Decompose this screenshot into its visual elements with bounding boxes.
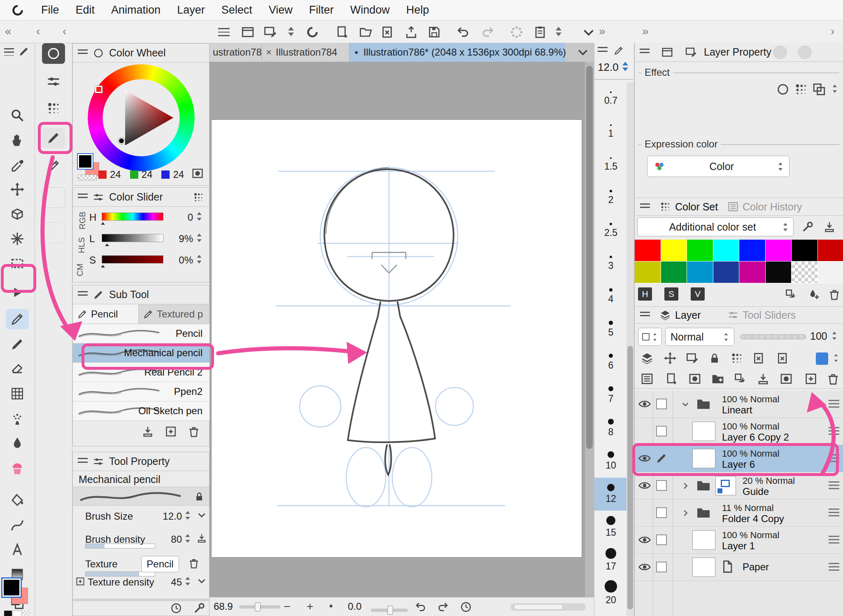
ops-stepper[interactable] (833, 353, 839, 363)
tool-decoration[interactable] (6, 458, 29, 479)
panel-menu-icon[interactable] (78, 194, 88, 201)
layer-row-paper[interactable]: Paper (635, 554, 843, 581)
subtool-pen-button[interactable] (42, 128, 65, 148)
color-set-button[interactable] (42, 98, 65, 119)
document-tab-1[interactable]: ustration781 (210, 43, 262, 62)
color-set-dropdown[interactable]: Additional color set (637, 217, 794, 236)
tool-fill[interactable] (6, 490, 29, 511)
brush-size-item[interactable]: 20 (594, 576, 627, 609)
tab-list-dropdown[interactable] (566, 43, 594, 62)
menu-help[interactable]: Help (406, 4, 429, 16)
transfer-layer-icon[interactable] (734, 372, 747, 385)
brush-size-item[interactable]: 12 (594, 478, 627, 511)
tool-airbrush[interactable] (6, 409, 29, 429)
slider-grid-icon[interactable] (193, 191, 204, 203)
texture-density-expand-icon[interactable] (196, 576, 207, 586)
color-wheel-button[interactable] (42, 43, 65, 64)
row-drag-handle[interactable] (829, 400, 839, 408)
layer-row-guide[interactable]: 20 % Normal Guide (635, 472, 843, 499)
s-stepper[interactable] (196, 254, 202, 264)
tab-pencil-group[interactable]: Pencil (73, 304, 139, 324)
tool-auto-select[interactable] (6, 229, 29, 249)
color-swatch[interactable] (713, 261, 739, 283)
brush-size-scroll-thumb[interactable] (627, 346, 633, 609)
collapse-strip-icon[interactable]: ‹ (36, 25, 40, 38)
chevron-right-icon[interactable] (681, 481, 690, 490)
brush-size-scrollbar[interactable] (626, 82, 634, 616)
panel-menu-icon[interactable] (640, 312, 650, 319)
reset-view-icon[interactable] (460, 601, 472, 613)
menu-layer[interactable]: Layer (177, 4, 205, 16)
l-stepper[interactable] (196, 233, 202, 243)
tool-hand[interactable] (6, 130, 29, 151)
tool-figure[interactable] (6, 383, 29, 404)
rotate-right-icon[interactable] (437, 601, 449, 613)
canvas-hscroll-thumb[interactable] (514, 604, 563, 610)
subtool-list-item[interactable]: Oil Sketch pen (73, 401, 210, 421)
wheel-switch-icon[interactable] (191, 167, 204, 180)
zoom-fit-icon[interactable]: ▪ (329, 600, 333, 611)
canvas-stepper[interactable] (288, 27, 294, 36)
brush-size-item[interactable]: 5 (594, 313, 627, 346)
menu-view[interactable]: View (269, 4, 293, 16)
layer-row-layer6[interactable]: 100 % Normal Layer 6 (635, 445, 843, 472)
collapse-left-icon[interactable]: « (5, 25, 12, 38)
texture-button[interactable]: Pencil (141, 556, 179, 572)
hsv-button[interactable]: S (664, 287, 678, 301)
draft-layer-icon[interactable] (686, 352, 699, 365)
visibility-eye-icon[interactable] (638, 533, 651, 546)
h-slider[interactable] (102, 212, 163, 221)
canvas-hscrollbar[interactable] (510, 603, 586, 611)
zoom-out-icon[interactable]: − (284, 600, 290, 613)
redo-icon[interactable] (481, 25, 495, 39)
menu-file[interactable]: File (41, 4, 59, 16)
rotation-slider-thumb[interactable] (387, 606, 393, 615)
clip-at-layer-icon[interactable] (640, 352, 654, 365)
transparent-chip[interactable] (78, 175, 97, 180)
ghost-tab-icon-1[interactable] (773, 45, 787, 59)
tab-tool-sliders[interactable]: Tool Sliders (743, 309, 796, 321)
color-swatch[interactable] (739, 261, 765, 283)
opacity-slider[interactable] (740, 334, 806, 339)
opacity-stepper[interactable] (831, 331, 837, 341)
new-file-icon[interactable] (335, 25, 349, 39)
panel-menu-icon[interactable] (640, 203, 650, 210)
hsv-button[interactable]: H (638, 287, 652, 301)
tool-text[interactable] (6, 539, 29, 560)
collapse-panel-icon[interactable]: ‹ (63, 25, 66, 38)
tool-play[interactable] (6, 282, 29, 303)
chevron-down-icon[interactable] (681, 400, 690, 409)
add-swatch-icon[interactable] (808, 288, 820, 301)
canvas-vscrollbar[interactable] (585, 62, 594, 597)
color-swatch[interactable] (687, 240, 713, 261)
close-file-icon[interactable] (381, 25, 395, 39)
lock-layer-icon[interactable] (708, 352, 721, 365)
lock-alpha-icon[interactable] (730, 352, 743, 365)
tool-pen[interactable] (6, 334, 29, 355)
row-drag-handle[interactable] (829, 481, 839, 489)
layer-thumbnail[interactable] (692, 422, 715, 441)
delete-swatch-icon[interactable] (828, 288, 841, 301)
clip-swirl-icon[interactable] (305, 25, 319, 39)
brush-size-item[interactable]: 7 (594, 379, 627, 412)
document-tab-3[interactable]: ● Illustration786* (2048 x 1536px 300dpi… (349, 43, 566, 62)
canvas-vscroll-thumb[interactable] (586, 66, 593, 449)
color-slider-button[interactable] (42, 71, 65, 92)
brush-size-item[interactable]: 0.7 (594, 82, 627, 115)
layer-thumbnail[interactable] (692, 449, 715, 468)
clip-studio-logo-icon[interactable] (11, 3, 25, 17)
menu-filter[interactable]: Filter (309, 4, 334, 16)
visibility-eye-icon[interactable] (638, 452, 651, 465)
hue-selector[interactable] (95, 86, 102, 93)
color-swatch[interactable] (739, 240, 765, 261)
brush-size-item[interactable]: 4 (594, 280, 627, 313)
rotate-left-icon[interactable] (415, 601, 427, 613)
tool-eyedropper[interactable] (6, 156, 29, 176)
settings-wrench-icon[interactable] (193, 602, 205, 614)
brush-size-expand-icon[interactable] (196, 510, 207, 520)
delete-subtool-icon[interactable] (188, 425, 200, 438)
tab-hls[interactable]: HLS (77, 237, 86, 253)
lock-icon[interactable] (193, 491, 205, 502)
color-swatch[interactable] (766, 261, 792, 283)
tab-color-set[interactable]: Color Set (675, 201, 718, 213)
